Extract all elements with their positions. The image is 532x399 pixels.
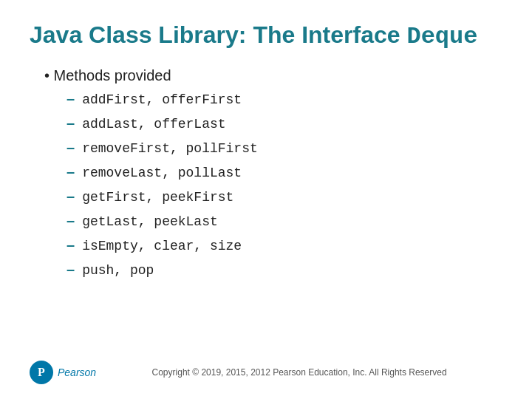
slide-title: Java Class Library: The Interface Deque [30, 21, 502, 51]
pearson-icon: P [30, 361, 53, 384]
list-item: – getFirst, peekFirst [66, 188, 502, 205]
bullet-point: • Methods provided [44, 67, 502, 84]
content-area: • Methods provided – addFirst, offerFirs… [30, 67, 502, 353]
copyright-text: Copyright © 2019, 2015, 2012 Pearson Edu… [96, 367, 502, 378]
pearson-text: Pearson [58, 366, 96, 378]
method-text: push, pop [82, 263, 154, 278]
list-item: – removeFirst, pollFirst [66, 139, 502, 156]
dash-icon: – [66, 163, 75, 180]
list-item: – push, pop [66, 261, 502, 278]
slide: Java Class Library: The Interface Deque … [0, 0, 532, 399]
list-item: – addLast, offerLast [66, 115, 502, 132]
list-item: – getLast, peekLast [66, 212, 502, 229]
list-item: – removeLast, pollLast [66, 163, 502, 180]
methods-label: Methods provided [54, 67, 171, 83]
method-text: addLast, offerLast [82, 117, 225, 132]
method-text: removeFirst, pollFirst [82, 141, 258, 156]
title-monospace: Deque [406, 23, 477, 50]
methods-list: – addFirst, offerFirst – addLast, offerL… [44, 90, 502, 278]
dash-icon: – [66, 139, 75, 156]
dash-icon: – [66, 90, 75, 107]
method-text: removeLast, pollLast [82, 166, 242, 180]
method-text: getFirst, peekFirst [82, 190, 233, 205]
method-text: isEmpty, clear, size [82, 239, 242, 253]
title-prefix: Java Class Library: The Interface [30, 21, 406, 48]
list-item: – isEmpty, clear, size [66, 236, 502, 253]
method-text: addFirst, offerFirst [82, 92, 242, 107]
dash-icon: – [66, 236, 75, 253]
bullet-dot: • [44, 67, 54, 83]
pearson-logo: P Pearson [30, 361, 96, 384]
dash-icon: – [66, 212, 75, 229]
method-text: getLast, peekLast [82, 214, 218, 229]
list-item: – addFirst, offerFirst [66, 90, 502, 107]
dash-icon: – [66, 115, 75, 132]
footer: P Pearson Copyright © 2019, 2015, 2012 P… [30, 353, 502, 384]
dash-icon: – [66, 188, 75, 205]
dash-icon: – [66, 261, 75, 278]
